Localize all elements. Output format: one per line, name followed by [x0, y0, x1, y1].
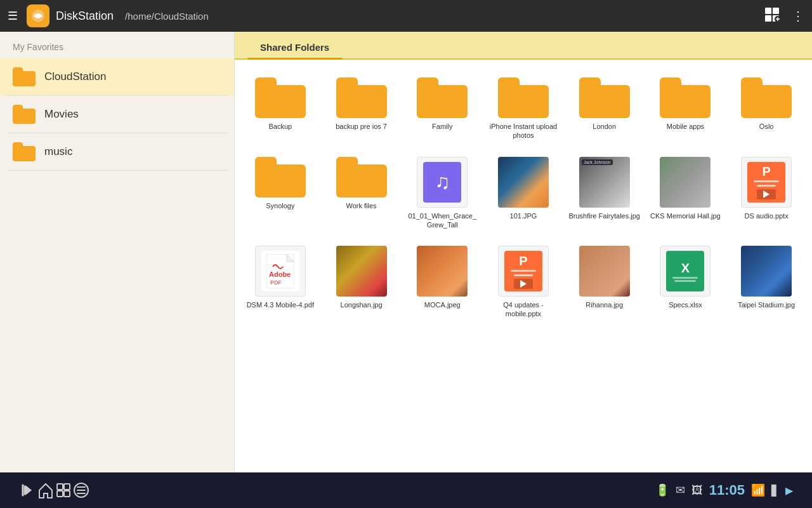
file-name: Family — [432, 122, 452, 131]
image-thumbnail — [336, 246, 387, 297]
file-item-dsm43[interactable]: Adobe PDF DSM 4.3 Mobile-4.pdf — [241, 241, 320, 324]
file-name: Specs.xlsx — [669, 300, 702, 309]
clock-display: 11:05 — [709, 482, 745, 498]
file-item-iphone-instant-upload[interactable]: iPhone Instant upload photos — [484, 72, 563, 145]
file-item-101jpg[interactable]: 101.JPG — [484, 152, 563, 235]
sidebar-item-cloudstation[interactable]: CloudStation — [0, 58, 234, 95]
folder-icon-lg — [417, 77, 468, 118]
signal-icon: ▋ — [771, 485, 779, 497]
folder-icon-lg — [255, 157, 306, 197]
file-item-backup[interactable]: Backup — [241, 72, 320, 145]
image-thumbnail — [579, 246, 630, 297]
image-thumbnail — [660, 157, 710, 208]
svg-rect-2 — [765, 8, 771, 14]
svg-rect-14 — [64, 491, 70, 497]
file-item-longshan[interactable]: Longshan.jpg — [322, 241, 401, 324]
file-name: Mobile apps — [667, 122, 704, 131]
file-name: iPhone Instant upload photos — [487, 122, 560, 140]
music-file-icon: ♫ — [417, 157, 468, 208]
pdf-icon-inner: Adobe PDF — [261, 251, 299, 291]
bottom-bar: 🔋 ✉ 🖼 11:05 📶 ▋ ▶ — [0, 472, 812, 508]
tab-shared-folders[interactable]: Shared Folders — [247, 37, 342, 60]
folder-icon-lg — [579, 77, 630, 118]
file-item-specs[interactable]: X Specs.xlsx — [646, 241, 725, 324]
file-name: Taipei Stadium.jpg — [738, 300, 795, 309]
file-item-ds-audio[interactable]: P DS audio.pptx — [727, 152, 806, 235]
file-item-moca[interactable]: MOCA.jpeg — [403, 241, 481, 324]
xlsx-icon-inner: X — [666, 251, 704, 291]
folder-icon-lg — [498, 77, 549, 118]
ppt-file-icon: P — [498, 246, 549, 297]
sidebar-item-movies[interactable]: Movies — [0, 96, 234, 133]
my-favorites-label: My Favorites — [0, 32, 234, 58]
file-name: Oslo — [759, 122, 774, 131]
recents-button[interactable] — [55, 481, 72, 499]
file-name: Q4 updates - mobile.pptx — [487, 300, 560, 319]
image-thumbnail — [417, 246, 468, 297]
more-menu-icon[interactable]: ⋮ — [792, 8, 804, 23]
file-item-london[interactable]: London — [565, 72, 644, 145]
image-thumbnail: Jack Johnson — [579, 157, 630, 208]
folder-icon-lg — [660, 77, 710, 118]
gallery-icon: 🖼 — [691, 484, 703, 497]
file-name: MOCA.jpeg — [424, 300, 461, 309]
file-name: 01_01_When_Grace_Grew_Tall — [405, 211, 479, 230]
svg-rect-13 — [57, 491, 63, 497]
svg-rect-3 — [773, 8, 779, 14]
ppt-file-icon: P — [741, 157, 792, 208]
file-item-work-files[interactable]: Work files — [322, 152, 401, 235]
folder-icon — [13, 105, 36, 124]
folder-icon-lg — [741, 77, 792, 118]
svg-text:PDF: PDF — [270, 279, 282, 286]
svg-point-1 — [36, 14, 40, 18]
sidebar-item-label: music — [44, 145, 72, 158]
svg-rect-11 — [57, 484, 63, 490]
topbar: ☰ DiskStation /home/CloudStation ⋮ — [0, 0, 812, 32]
file-name: Backup — [269, 122, 292, 131]
file-name: 101.JPG — [510, 211, 537, 220]
file-item-oslo[interactable]: Oslo — [727, 72, 806, 145]
status-bar-right: 🔋 ✉ 🖼 11:05 📶 ▋ ▶ — [655, 482, 793, 498]
home-button[interactable] — [37, 481, 55, 499]
sidebar-item-label: Movies — [44, 108, 79, 121]
grid-view-icon[interactable] — [764, 6, 780, 26]
file-name: Synology — [266, 201, 294, 210]
file-item-taipei[interactable]: Taipei Stadium.jpg — [727, 241, 806, 324]
breadcrumb: /home/CloudStation — [125, 11, 757, 22]
file-name: Work files — [346, 201, 377, 210]
file-item-brushfire[interactable]: Jack Johnson Brushfire Fairytales.jpg — [565, 152, 644, 235]
file-name: Rihanna.jpg — [586, 300, 623, 309]
mail-icon: ✉ — [676, 483, 685, 497]
sidebar-divider — [6, 170, 228, 171]
back-button[interactable] — [19, 481, 37, 499]
file-name: London — [593, 122, 616, 131]
arrow-icon: ▶ — [785, 485, 793, 497]
folder-icon-lg — [255, 77, 306, 118]
file-item-mobile-apps[interactable]: Mobile apps — [646, 72, 725, 145]
file-item-backup-pre-ios7[interactable]: backup pre ios 7 — [322, 72, 401, 145]
file-item-rihanna[interactable]: Rihanna.jpg — [565, 241, 644, 324]
svg-rect-12 — [64, 484, 70, 490]
file-name: Brushfire Fairytales.jpg — [568, 211, 640, 220]
app-title: DiskStation — [56, 10, 114, 23]
file-item-cks[interactable]: CKS Memorial Hall.jpg — [646, 152, 725, 235]
image-thumbnail — [741, 246, 792, 297]
hamburger-icon[interactable]: ☰ — [8, 9, 18, 23]
sidebar-item-music[interactable]: music — [0, 133, 234, 170]
music-icon-inner: ♫ — [423, 162, 461, 203]
file-item-synology[interactable]: Synology — [241, 152, 320, 235]
image-thumbnail — [498, 157, 549, 208]
file-name: backup pre ios 7 — [336, 122, 387, 131]
content-area: My Favorites CloudStation Movies music S… — [0, 32, 812, 472]
file-item-music-01[interactable]: ♫ 01_01_When_Grace_Grew_Tall — [403, 152, 481, 235]
file-name: DSM 4.3 Mobile-4.pdf — [247, 300, 314, 309]
menu-button[interactable] — [72, 481, 90, 499]
file-item-q4updates[interactable]: P Q4 updates - mobile.pptx — [484, 241, 563, 324]
file-item-family[interactable]: Family — [403, 72, 481, 145]
xlsx-file-icon: X — [660, 246, 710, 297]
main-area: Shared Folders Backup backup pre ios 7 F… — [235, 32, 812, 472]
file-grid: Backup backup pre ios 7 Family iPhone In… — [235, 60, 812, 472]
svg-text:Adobe: Adobe — [269, 271, 291, 278]
battery-icon: 🔋 — [655, 483, 669, 497]
folder-icon — [13, 67, 36, 86]
